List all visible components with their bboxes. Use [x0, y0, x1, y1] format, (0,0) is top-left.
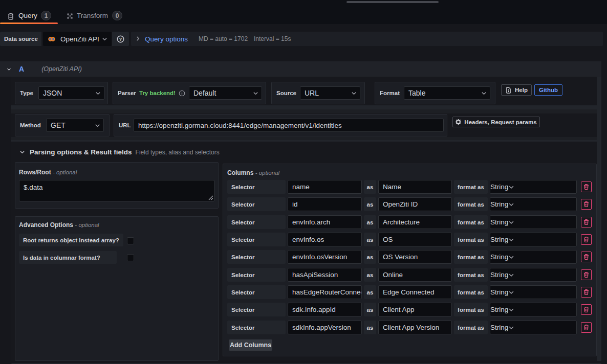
svg-text:?: ?: [119, 36, 122, 42]
